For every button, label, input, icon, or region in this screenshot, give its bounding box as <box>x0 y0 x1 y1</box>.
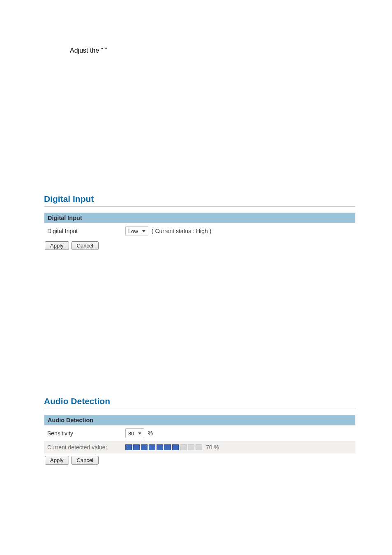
bar-segment <box>125 444 132 450</box>
chevron-down-icon <box>138 432 141 435</box>
digital-input-row: Digital Input Low ( Current status : Hig… <box>44 223 355 239</box>
audio-detection-title: Audio Detection <box>44 396 355 406</box>
bar-segment <box>141 444 148 450</box>
apply-button[interactable]: Apply <box>45 456 69 465</box>
detected-row: Current detected value: 70 % <box>44 441 355 453</box>
digital-input-title: Digital Input <box>44 194 355 204</box>
bar-segment <box>157 444 163 450</box>
bar-segment <box>164 444 171 450</box>
sensitivity-select[interactable]: 30 <box>125 428 144 438</box>
bar-segment <box>172 444 179 450</box>
audio-detection-buttons: Apply Cancel <box>44 453 355 467</box>
bar-segment <box>133 444 140 450</box>
sensitivity-select-value: 30 <box>128 430 134 437</box>
cancel-button[interactable]: Cancel <box>71 456 99 465</box>
sensitivity-row: Sensitivity 30 % <box>44 426 355 441</box>
detected-label: Current detected value: <box>47 444 125 451</box>
digital-input-status: ( Current status : High ) <box>152 228 212 234</box>
page-intro-text: Adjust the “ ” <box>70 47 107 54</box>
digital-input-panel: Digital Input Digital Input Digital Inpu… <box>44 194 355 252</box>
digital-input-select-value: Low <box>128 228 138 234</box>
digital-input-select[interactable]: Low <box>125 226 148 236</box>
bar-segment <box>196 444 202 450</box>
divider <box>44 409 355 409</box>
sensitivity-label: Sensitivity <box>47 430 125 437</box>
sensitivity-unit: % <box>148 430 152 437</box>
apply-button[interactable]: Apply <box>45 241 69 250</box>
chevron-down-icon <box>142 230 145 232</box>
detected-value-text: 70 % <box>206 444 219 451</box>
digital-input-label: Digital Input <box>47 228 125 234</box>
bar-segment <box>149 444 155 450</box>
digital-input-band: Digital Input <box>44 213 355 223</box>
detected-bar: 70 % <box>125 444 219 451</box>
cancel-button[interactable]: Cancel <box>71 241 99 250</box>
audio-detection-panel: Audio Detection Audio Detection Sensitiv… <box>44 396 355 467</box>
audio-detection-band: Audio Detection <box>44 415 355 426</box>
digital-input-buttons: Apply Cancel <box>44 239 355 252</box>
divider <box>44 206 355 207</box>
bar-segment <box>180 444 187 450</box>
bar-segment <box>188 444 194 450</box>
